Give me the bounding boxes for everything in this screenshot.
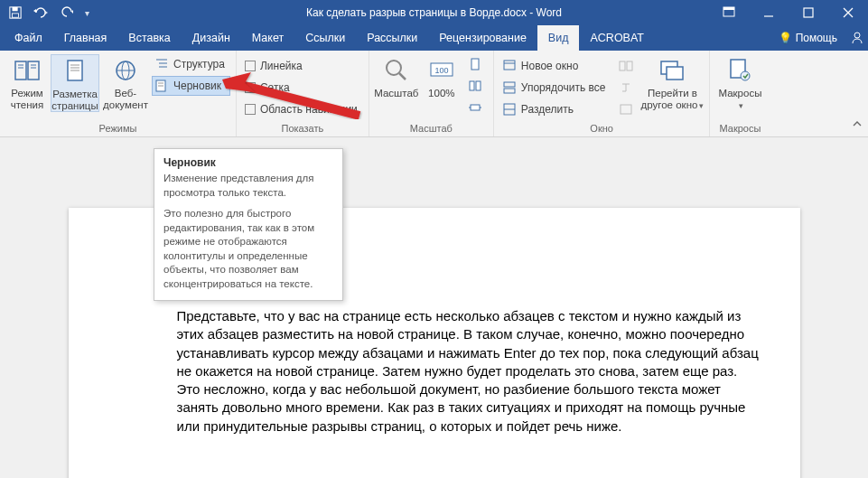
new-window-button[interactable]: Новое окно (499, 56, 611, 76)
reading-mode-button[interactable]: Режим чтения (5, 54, 49, 110)
tab-layout[interactable]: Макет (241, 25, 294, 51)
svg-point-9 (854, 33, 860, 38)
outline-icon (154, 57, 169, 71)
quick-access-toolbar: ▾ (0, 6, 89, 19)
svg-point-29 (387, 61, 401, 75)
group-show-label: Показать (242, 123, 363, 135)
side-by-side-icon (619, 59, 633, 73)
globe-icon (111, 56, 140, 85)
web-layout-button[interactable]: Веб- документ (101, 54, 150, 110)
checkbox-icon (245, 82, 256, 93)
svg-rect-2 (13, 14, 19, 17)
svg-rect-33 (471, 59, 479, 70)
tab-mailings[interactable]: Рассылки (356, 25, 428, 51)
tooltip-draft: Черновик Изменение представления для про… (154, 148, 343, 301)
checkbox-icon (245, 104, 256, 115)
tab-insert[interactable]: Вставка (117, 25, 181, 51)
group-show: Линейка Сетка Область навигации Показать (237, 51, 369, 136)
group-macros-label: Макросы (715, 123, 764, 135)
reset-pos-button[interactable] (616, 99, 639, 119)
redo-icon[interactable] (61, 6, 74, 19)
tooltip-title: Черновик (163, 156, 333, 169)
document-area: Представьте, что у вас на странице есть … (0, 137, 868, 478)
group-window: Новое окно Упорядочить все Разделить Пер… (494, 51, 711, 136)
tab-references[interactable]: Ссылки (294, 25, 356, 51)
draft-icon (154, 79, 169, 93)
svg-rect-1 (13, 7, 18, 11)
svg-rect-11 (28, 61, 39, 80)
magnifier-icon (382, 56, 411, 85)
checkbox-icon (245, 61, 256, 71)
minimize-button[interactable] (749, 0, 789, 25)
navpane-checkbox[interactable]: Область навигации (242, 99, 363, 119)
ribbon-options-icon[interactable] (709, 0, 749, 25)
svg-point-51 (741, 71, 750, 80)
titlebar: ▾ Как сделать разрыв страницы в Ворде.do… (0, 0, 868, 25)
split-button[interactable]: Разделить (499, 99, 611, 119)
sync-scroll-icon (619, 80, 633, 95)
arrange-icon (502, 80, 517, 95)
group-modes: Режим чтения Разметка страницы Веб- доку… (0, 51, 237, 136)
draft-button[interactable]: Черновик (152, 76, 230, 96)
tab-review[interactable]: Рецензирование (428, 25, 537, 51)
svg-rect-10 (15, 61, 26, 80)
reset-pos-icon (619, 102, 633, 117)
svg-line-30 (399, 73, 406, 80)
tooltip-text: Это полезно для быстрого редактирования,… (163, 207, 333, 291)
close-button[interactable] (828, 0, 868, 25)
svg-text:100: 100 (434, 66, 448, 75)
window-controls (709, 0, 868, 25)
group-macros: Макросы▾ Макросы (710, 51, 770, 136)
page-icon (61, 57, 89, 86)
tooltip-text: Изменение представления для просмотра то… (163, 172, 333, 200)
svg-rect-36 (471, 105, 480, 110)
save-icon[interactable] (9, 6, 22, 19)
maximize-button[interactable] (789, 0, 828, 25)
page-width-button[interactable] (465, 98, 488, 117)
macros-button[interactable]: Макросы▾ (715, 54, 764, 111)
ribbon-tabs: Файл Главная Вставка Дизайн Макет Ссылки… (0, 25, 868, 51)
multi-page-button[interactable] (465, 76, 488, 96)
zoom-100-button[interactable]: 100 100% (420, 54, 463, 99)
book-icon (13, 56, 42, 85)
grid-checkbox[interactable]: Сетка (242, 78, 363, 98)
one-page-button[interactable] (465, 54, 488, 74)
one-page-icon (468, 57, 482, 71)
share-icon[interactable] (850, 31, 864, 45)
svg-rect-46 (627, 61, 632, 70)
hundred-icon: 100 (427, 56, 456, 85)
group-window-label: Окно (499, 123, 705, 135)
print-layout-button[interactable]: Разметка страницы (51, 54, 99, 112)
zoom-button[interactable]: Масштаб (375, 54, 418, 99)
group-zoom: Масштаб 100 100% Масштаб (369, 51, 494, 136)
svg-rect-34 (470, 81, 474, 90)
view-side-button[interactable] (616, 56, 639, 76)
qat-dropdown-icon[interactable]: ▾ (85, 8, 89, 18)
ribbon-collapse-icon[interactable] (852, 119, 863, 133)
tab-design[interactable]: Дизайн (182, 25, 241, 51)
svg-rect-42 (504, 89, 515, 93)
svg-rect-41 (504, 82, 515, 87)
outline-button[interactable]: Структура (152, 54, 230, 74)
svg-rect-35 (476, 81, 481, 90)
svg-rect-4 (723, 7, 734, 10)
svg-rect-39 (504, 61, 515, 70)
group-zoom-label: Масштаб (375, 123, 488, 135)
svg-rect-6 (804, 8, 813, 17)
switch-window-button[interactable]: Перейти в другое окно▾ (640, 54, 704, 111)
tab-view[interactable]: Вид (537, 25, 580, 51)
ribbon-view: Режим чтения Разметка страницы Веб- доку… (0, 51, 868, 137)
ruler-checkbox[interactable]: Линейка (242, 56, 363, 76)
paragraph: Представьте, что у вас на странице есть … (177, 307, 764, 436)
tab-acrobat[interactable]: ACROBAT (579, 25, 655, 51)
tab-home[interactable]: Главная (53, 25, 118, 51)
page-width-icon (468, 100, 482, 115)
help-icon[interactable]: 💡 Помощь (779, 32, 837, 44)
sync-scroll-button[interactable] (616, 78, 639, 98)
undo-icon[interactable] (33, 6, 51, 19)
arrange-all-button[interactable]: Упорядочить все (499, 78, 611, 98)
svg-rect-49 (667, 67, 683, 80)
group-modes-label: Режимы (5, 123, 230, 135)
tab-file[interactable]: Файл (4, 25, 53, 51)
macros-icon (725, 56, 754, 85)
